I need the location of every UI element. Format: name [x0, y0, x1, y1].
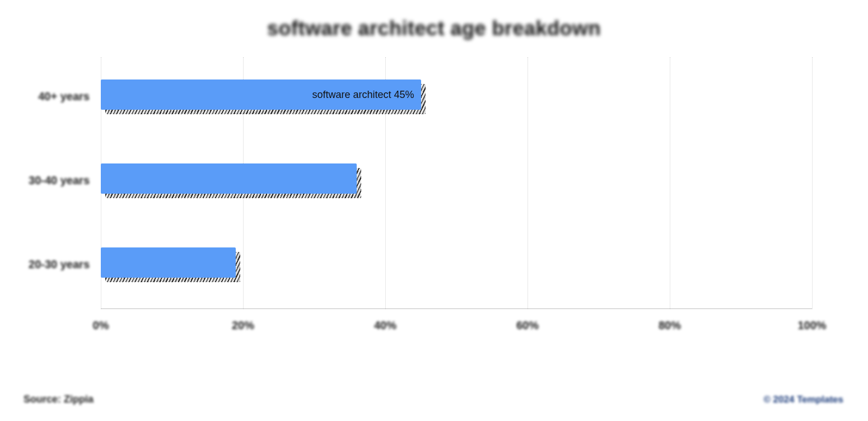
- bar-row-0: 40+ years software architect 45%: [101, 79, 812, 113]
- grid-line-100: [812, 57, 813, 309]
- plot-area: 40+ years software architect 45% 30-40 y…: [101, 57, 812, 309]
- bar-2: [101, 247, 236, 278]
- chart-container: software architect age breakdown 40+ yea…: [22, 11, 846, 403]
- bar-1: [101, 163, 357, 194]
- source-label: Source: Zippia: [24, 394, 94, 405]
- y-axis-label-0: 40+ years: [22, 90, 90, 103]
- bar-row-1: 30-40 years: [101, 163, 812, 197]
- copyright-label: © 2024 Templates: [763, 394, 843, 405]
- x-tick-1: 20%: [232, 319, 254, 332]
- x-tick-4: 80%: [659, 319, 681, 332]
- x-tick-5: 100%: [797, 319, 826, 332]
- x-tick-0: 0%: [93, 319, 109, 332]
- chart-title: software architect age breakdown: [22, 17, 846, 40]
- bar-data-label-0: software architect 45%: [312, 89, 414, 101]
- x-tick-2: 40%: [374, 319, 396, 332]
- y-axis-label-1: 30-40 years: [22, 174, 90, 187]
- x-tick-3: 60%: [516, 319, 539, 332]
- x-axis-ticks: 0% 20% 40% 60% 80% 100%: [101, 309, 812, 337]
- bar-row-2: 20-30 years: [101, 247, 812, 281]
- bar-0: software architect 45%: [101, 79, 421, 110]
- y-axis-label-2: 20-30 years: [22, 258, 90, 271]
